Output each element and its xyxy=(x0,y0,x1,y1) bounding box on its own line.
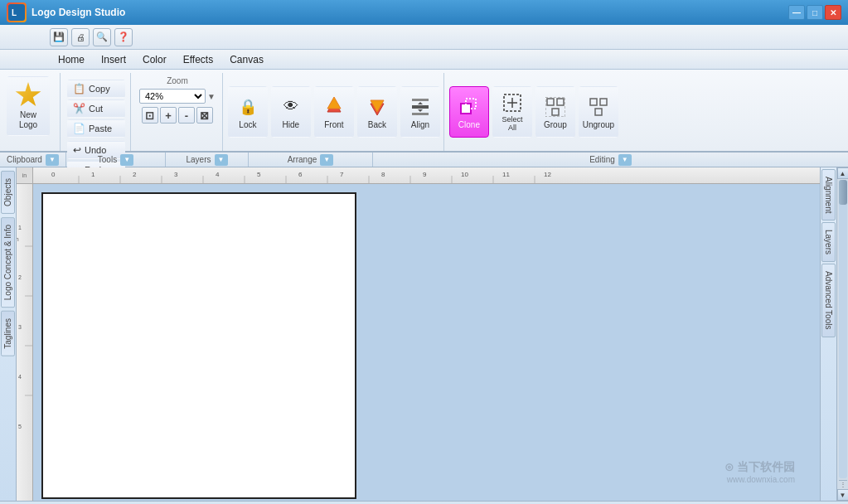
svg-rect-17 xyxy=(557,99,564,105)
arrange-arrow[interactable]: ▼ xyxy=(320,154,333,166)
layers-arrow[interactable]: ▼ xyxy=(215,154,228,166)
back-icon xyxy=(366,95,389,119)
ungroup-button[interactable]: Ungroup xyxy=(579,86,618,138)
scroll-thumb[interactable] xyxy=(839,180,847,205)
zoom-dropdown-arrow[interactable]: ▼ xyxy=(207,92,216,101)
clone-button[interactable]: Clone xyxy=(449,86,489,138)
select-all-button[interactable]: SelectAll xyxy=(492,86,532,138)
zoom-quick-button[interactable]: 🔍 xyxy=(93,28,111,46)
vertical-scrollbar: ▲ ⋮ ▼ xyxy=(836,167,848,501)
lock-button[interactable]: 🔒 Lock xyxy=(228,86,268,138)
menu-color[interactable]: Color xyxy=(134,51,175,68)
back-button[interactable]: Back xyxy=(357,86,397,138)
scroll-up-button[interactable]: ▲ xyxy=(837,167,849,179)
svg-text:1: 1 xyxy=(18,225,22,230)
cut-icon: ✂️ xyxy=(73,103,85,114)
zoom-section: Zoom 42% 25% 50% 75% 100% 150% 200% ▼ ⊡ … xyxy=(133,73,223,151)
zoom-in-button[interactable]: + xyxy=(160,107,177,124)
zoom-out-button[interactable]: - xyxy=(178,107,195,124)
arrange-label-section: Arrange ▼ xyxy=(249,153,373,167)
svg-text:8: 8 xyxy=(381,171,385,178)
window-title: Logo Design Studio xyxy=(31,7,788,18)
taglines-tab[interactable]: Taglines xyxy=(1,311,15,356)
help-quick-button[interactable]: ❓ xyxy=(114,28,133,46)
layers-tab[interactable]: Layers xyxy=(821,222,836,262)
ribbon: NewLogo 📋 Copy ✂️ Cut 📄 Paste ↩ Undo xyxy=(0,70,848,153)
align-button[interactable]: Align xyxy=(400,86,440,138)
svg-text:3: 3 xyxy=(174,171,178,178)
svg-text:in: in xyxy=(17,236,19,242)
menu-home[interactable]: Home xyxy=(50,51,93,68)
editing-section-label: Editing xyxy=(589,155,615,164)
objects-tab[interactable]: Objects xyxy=(1,171,15,214)
left-panel: Objects Logo Concept & Info Taglines xyxy=(0,167,17,501)
advanced-tools-tab[interactable]: Advanced Tools xyxy=(821,264,836,337)
lock-icon: 🔒 xyxy=(236,95,259,119)
new-logo-button[interactable]: NewLogo xyxy=(7,76,50,136)
svg-marker-10 xyxy=(418,109,423,112)
scroll-resize-handle[interactable]: ⋮ xyxy=(839,480,847,488)
layers-label-section: Layers ▼ xyxy=(166,153,249,167)
svg-text:12: 12 xyxy=(544,171,551,178)
new-logo-star-icon xyxy=(15,82,41,109)
cut-button[interactable]: ✂️ Cut xyxy=(67,99,125,118)
layers-section-label: Layers xyxy=(186,155,211,164)
tools-section: 🔒 Lock 👁 Hide Front xyxy=(225,73,444,151)
save-quick-button[interactable]: 💾 xyxy=(50,28,68,46)
front-button[interactable]: Front xyxy=(314,86,354,138)
zoom-label: Zoom xyxy=(167,76,188,85)
ruler-corner: in xyxy=(17,167,33,184)
quick-toolbar: 💾 🖨 🔍 ❓ xyxy=(0,25,848,50)
svg-text:3: 3 xyxy=(18,324,22,330)
svg-text:5: 5 xyxy=(18,424,22,429)
zoom-100-button[interactable]: ⊠ xyxy=(196,107,213,124)
editing-section: Clone SelectAll xyxy=(446,73,622,151)
zoom-fit-button[interactable]: ⊡ xyxy=(142,107,158,124)
close-button[interactable]: ✕ xyxy=(825,5,841,20)
scroll-down-button[interactable]: ▼ xyxy=(837,489,849,501)
canvas-area: in 0 1 2 3 4 5 xyxy=(17,167,820,501)
menu-effects[interactable]: Effects xyxy=(175,51,221,68)
drawing-canvas[interactable] xyxy=(41,192,356,499)
ribbon-labels: Clipboard ▼ Tools ▼ Layers ▼ Arrange ▼ E… xyxy=(0,153,848,167)
svg-text:2: 2 xyxy=(133,171,137,178)
menu-bar: Home Insert Color Effects Canvas xyxy=(0,50,848,70)
paste-button[interactable]: 📄 Paste xyxy=(67,119,125,138)
copy-button[interactable]: 📋 Copy xyxy=(67,80,125,98)
hide-button[interactable]: 👁 Hide xyxy=(271,86,311,138)
h-ruler-ticks: 0 1 2 3 4 5 6 7 8 xyxy=(33,167,820,184)
group-button[interactable]: Group xyxy=(535,86,575,138)
svg-marker-3 xyxy=(327,97,341,109)
eye-icon: 👁 xyxy=(279,95,303,119)
zoom-select[interactable]: 42% 25% 50% 75% 100% 150% 200% xyxy=(139,89,206,104)
tools-arrow[interactable]: ▼ xyxy=(120,154,133,166)
right-panel: Alignment Layers Advanced Tools xyxy=(820,167,836,501)
maximize-button[interactable]: □ xyxy=(807,5,823,20)
svg-rect-6 xyxy=(412,105,429,109)
scroll-track[interactable] xyxy=(839,180,847,478)
svg-text:4: 4 xyxy=(216,171,220,178)
clipboard-section: 📋 Copy ✂️ Cut 📄 Paste ↩ Undo ↪ Redo 🚫 xyxy=(62,73,131,151)
editing-arrow[interactable]: ▼ xyxy=(618,154,632,166)
vertical-ruler: in 1 2 3 4 5 xyxy=(17,184,33,501)
svg-rect-21 xyxy=(600,99,607,105)
ruler-unit: in xyxy=(22,172,27,178)
logo-concept-tab[interactable]: Logo Concept & Info xyxy=(1,217,15,308)
minimize-button[interactable]: — xyxy=(788,5,805,20)
watermark: ⊙ 当下软件园 www.downxia.com xyxy=(724,460,795,484)
svg-rect-16 xyxy=(547,99,554,105)
svg-rect-18 xyxy=(552,109,559,115)
alignment-tab[interactable]: Alignment xyxy=(821,169,836,220)
tools-section-label: Tools xyxy=(98,155,117,164)
menu-canvas[interactable]: Canvas xyxy=(221,51,272,68)
print-quick-button[interactable]: 🖨 xyxy=(71,28,90,46)
main-area: Objects Logo Concept & Info Taglines in … xyxy=(0,167,848,501)
title-bar: L Logo Design Studio — □ ✕ xyxy=(0,0,848,25)
tools-label-section: Tools ▼ xyxy=(66,153,166,167)
clipboard-arrow[interactable]: ▼ xyxy=(46,154,59,166)
align-icon xyxy=(409,95,432,119)
svg-rect-49 xyxy=(17,184,33,501)
clipboard-label-section: Clipboard ▼ xyxy=(0,153,66,167)
menu-insert[interactable]: Insert xyxy=(93,51,134,68)
clone-icon xyxy=(458,95,481,119)
